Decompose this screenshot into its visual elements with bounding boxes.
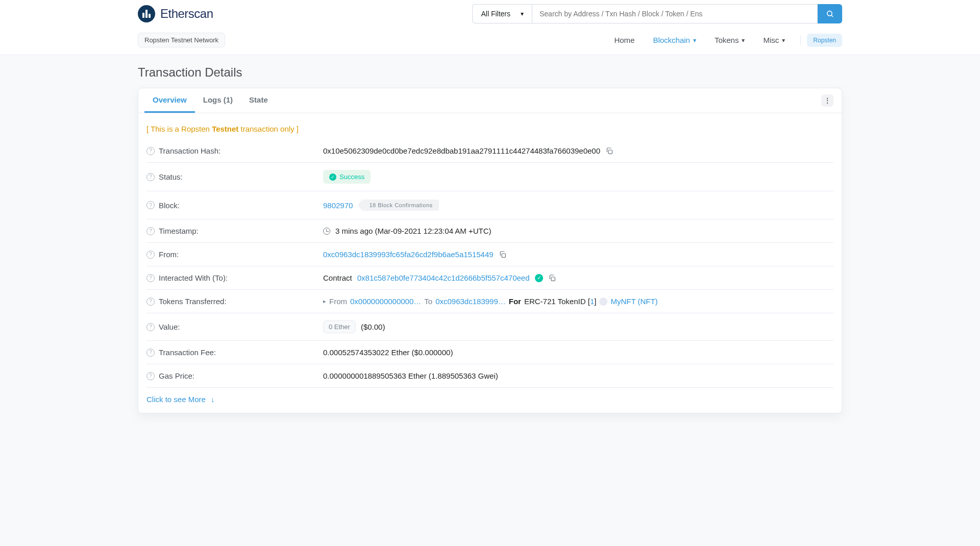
label-hash: Transaction Hash: [159,146,220,155]
caret-right-icon: ▸ [323,298,326,305]
clock-icon [323,228,330,235]
chevron-down-icon: ▾ [742,37,745,44]
transaction-card: Overview Logs (1) State ⋮ [ This is a Ro… [138,88,842,413]
token-id-link[interactable]: 1 [590,297,594,306]
fee-value: 0.00052574353022 Ether ($0.000000) [323,348,453,357]
main-nav: Home Blockchain▾ Tokens▾ Misc▾ Ropsten [605,32,842,48]
nav-blockchain[interactable]: Blockchain▾ [644,32,705,48]
help-icon[interactable]: ? [146,349,155,357]
row-block: ?Block: 9802970 18 Block Confirmations [146,191,834,219]
row-fee: ?Transaction Fee: 0.00052574353022 Ether… [146,341,834,364]
label-from: From: [159,250,179,259]
row-gas: ?Gas Price: 0.000000001889505363 Ether (… [146,364,834,388]
page-title: Transaction Details [138,65,842,80]
erc-label: ERC-721 TokenID [1] [524,297,596,306]
help-icon[interactable]: ? [146,227,155,235]
to-address-link[interactable]: 0x81c587eb0fe773404c42c1d2666b5f557c470e… [357,274,530,282]
txn-hash: 0x10e5062309de0cd0be7edc92e8dbab191aa279… [323,146,600,155]
svg-rect-3 [502,254,505,257]
network-badge: Ropsten Testnet Network [138,33,225,47]
logo-icon [138,5,155,22]
transfer-from-link[interactable]: 0x0000000000000… [350,297,421,306]
transfer-to-link[interactable]: 0xc0963dc183999… [435,297,506,306]
help-icon[interactable]: ? [146,372,155,380]
verified-icon: ✓ [535,274,543,282]
transfer-from-label: From [329,297,347,306]
transfer-for-label: For [509,297,521,306]
token-icon [599,297,607,306]
nav-home[interactable]: Home [605,32,644,48]
ropsten-badge[interactable]: Ropsten [807,34,842,47]
nav-divider [800,35,801,45]
search-filter-label: All Filters [481,10,510,18]
chevron-down-icon: ▾ [693,37,696,44]
help-icon[interactable]: ? [146,274,155,282]
row-hash: ?Transaction Hash: 0x10e5062309de0cd0be7… [146,139,834,163]
label-status: Status: [159,172,183,181]
svg-line-1 [831,15,833,17]
gas-value: 0.000000001889505363 Ether (1.889505363 … [323,371,498,380]
row-to: ?Interacted With (To): Contract 0x81c587… [146,266,834,290]
nav-misc[interactable]: Misc▾ [754,32,794,48]
block-link[interactable]: 9802970 [323,201,353,210]
kebab-icon: ⋮ [824,96,831,105]
help-icon[interactable]: ? [146,201,155,209]
transfer-to-label: To [424,297,432,306]
svg-rect-4 [551,277,555,281]
from-address-link[interactable]: 0xc0963dc1839993fc65fa26cd2f9b6ae5a15154… [323,250,494,259]
confirmations-badge: 18 Block Confirmations [358,198,438,212]
label-block: Block: [159,201,180,210]
row-value: ?Value: 0 Ether ($0.00) [146,313,834,341]
value-usd: ($0.00) [361,322,385,331]
search-button[interactable] [818,4,842,23]
search-icon [826,10,834,18]
to-prefix: Contract [323,274,352,282]
chevron-down-icon: ▾ [521,10,524,17]
card-menu-button[interactable]: ⋮ [821,94,834,107]
brand-text: Etherscan [160,7,213,21]
see-more-button[interactable]: Click to see More ↓ [146,388,834,406]
tabs: Overview Logs (1) State ⋮ [138,88,842,113]
chevron-down-icon: ▾ [782,37,785,44]
label-tokens: Tokens Transferred: [159,297,227,306]
status-badge: ✓ Success [323,170,371,184]
copy-icon[interactable] [499,251,507,259]
nav-tokens[interactable]: Tokens▾ [705,32,754,48]
help-icon[interactable]: ? [146,297,155,306]
value-pill: 0 Ether [323,320,356,333]
brand-logo[interactable]: Etherscan [138,5,213,22]
tab-state[interactable]: State [241,88,276,113]
check-circle-icon: ✓ [329,173,336,181]
help-icon[interactable]: ? [146,173,155,181]
timestamp-value: 3 mins ago (Mar-09-2021 12:23:04 AM +UTC… [335,227,492,235]
search-filter-dropdown[interactable]: All Filters ▾ [472,4,532,23]
testnet-notice: [ This is a Ropsten Testnet transaction … [146,125,834,133]
label-to: Interacted With (To): [159,274,228,282]
label-timestamp: Timestamp: [159,227,199,235]
help-icon[interactable]: ? [146,323,155,331]
label-value: Value: [159,322,180,331]
label-gas: Gas Price: [159,371,194,380]
svg-rect-2 [608,150,612,154]
tab-overview[interactable]: Overview [144,88,195,113]
row-timestamp: ?Timestamp: 3 mins ago (Mar-09-2021 12:2… [146,219,834,243]
label-fee: Transaction Fee: [159,348,216,357]
row-tokens-transferred: ?Tokens Transferred: ▸ From 0x0000000000… [146,290,834,313]
arrow-down-icon: ↓ [211,395,215,404]
copy-icon[interactable] [605,147,614,155]
tab-logs[interactable]: Logs (1) [195,88,241,113]
svg-point-0 [827,11,832,16]
row-status: ?Status: ✓ Success [146,163,834,191]
copy-icon[interactable] [548,274,556,282]
row-from: ?From: 0xc0963dc1839993fc65fa26cd2f9b6ae… [146,243,834,266]
search-input[interactable] [532,4,818,23]
token-name-link[interactable]: MyNFT (NFT) [610,297,657,306]
help-icon[interactable]: ? [146,147,155,155]
help-icon[interactable]: ? [146,251,155,259]
